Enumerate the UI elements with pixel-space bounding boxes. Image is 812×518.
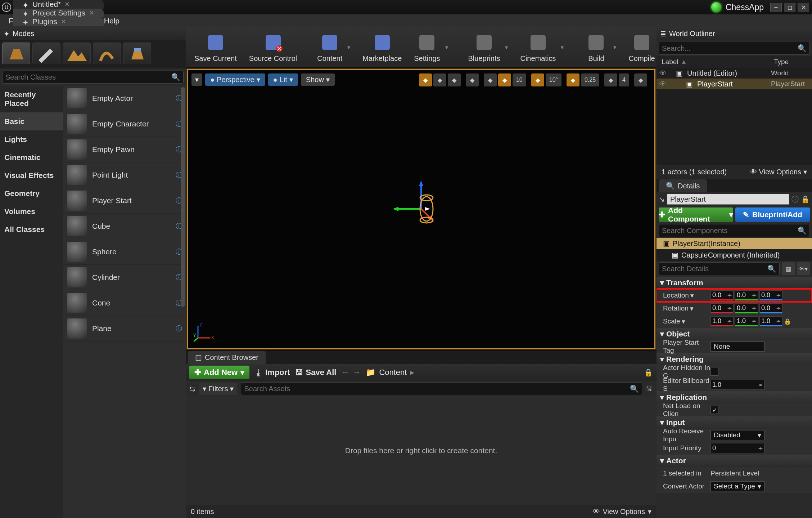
cb-path[interactable]: 📁 Content ▸: [366, 368, 414, 377]
section-header-actor[interactable]: ▾ Actor: [657, 455, 812, 467]
auto-receive-input-dropdown[interactable]: Disabled▾: [710, 430, 764, 440]
add-new-button[interactable]: ✚ Add New ▾: [189, 366, 249, 379]
place-category[interactable]: Visual Effects: [0, 166, 63, 184]
viewport-value[interactable]: 10°: [546, 73, 561, 86]
nav-back-button[interactable]: ←: [341, 368, 349, 377]
place-category[interactable]: All Classes: [0, 220, 63, 238]
angle-snap-icon[interactable]: ◆: [531, 73, 544, 86]
filters-button[interactable]: ▾ Filters ▾: [199, 383, 237, 395]
component-row[interactable]: ▣PlayerStart(Instance): [657, 238, 812, 249]
camera-speed-icon[interactable]: ◆: [604, 73, 617, 86]
move-icon[interactable]: ◆: [419, 73, 432, 86]
close-tab-icon[interactable]: ✕: [64, 0, 70, 8]
scale-y-input[interactable]: 1.0◂▸: [735, 316, 758, 326]
toolbar-dropdown[interactable]: ▾: [561, 30, 569, 66]
player-start-gizmo[interactable]: [391, 178, 452, 240]
player-start-tag-input[interactable]: None: [710, 341, 764, 352]
actor-hidden-checkbox[interactable]: [710, 368, 718, 376]
cb-view-options[interactable]: 👁 View Options ▾: [593, 507, 651, 516]
details-matrix-icon[interactable]: ▦: [782, 262, 795, 275]
search-details-input[interactable]: 🔍: [659, 262, 780, 275]
toolbar-dropdown[interactable]: ▾: [445, 30, 453, 66]
location-z-input[interactable]: 0.0◂▸: [759, 290, 782, 300]
info-icon[interactable]: ⓘ: [176, 324, 182, 333]
viewport-lit-button[interactable]: ● Lit ▾: [268, 73, 298, 86]
place-item[interactable]: Player Startⓘ: [63, 188, 186, 214]
cb-save-icon[interactable]: 🖫: [646, 385, 653, 393]
component-row[interactable]: ▣CapsuleComponent (Inherited): [657, 249, 812, 261]
scale-icon[interactable]: ◆: [448, 73, 461, 86]
toolbar-dropdown[interactable]: ▾: [505, 30, 513, 66]
surface-snap-icon[interactable]: ◆: [484, 73, 497, 86]
toolbar-build[interactable]: Build: [579, 30, 613, 66]
billboard-scale-input[interactable]: 1.0◂▸: [710, 380, 764, 390]
content-browser-tab[interactable]: ▥ Content Browser: [188, 351, 266, 364]
toolbar-dropdown[interactable]: ▾: [347, 30, 355, 66]
place-item[interactable]: Point Lightⓘ: [63, 162, 186, 188]
rotate-icon[interactable]: ◆: [433, 73, 446, 86]
details-eye-icon[interactable]: 👁▾: [797, 262, 810, 275]
modes-panel-header[interactable]: ✦ Modes: [0, 27, 186, 40]
rotation-z-input[interactable]: 0.0◂▸: [759, 303, 782, 313]
lock-icon[interactable]: 🔒: [801, 195, 810, 204]
section-header-transform[interactable]: ▾ Transform: [657, 277, 812, 289]
section-header-rendering[interactable]: ▾ Rendering: [657, 353, 812, 365]
place-category[interactable]: Volumes: [0, 202, 63, 220]
place-item[interactable]: Empty Actorⓘ: [63, 86, 186, 111]
add-component-button[interactable]: ✚ Add Component ▾: [659, 207, 733, 222]
place-category[interactable]: Recently Placed: [0, 86, 63, 112]
viewport-value[interactable]: 10: [513, 73, 526, 86]
mode-paint-button[interactable]: [32, 43, 60, 64]
world-outliner-header[interactable]: ≣ World Outliner: [657, 27, 812, 40]
place-list-scrollbar[interactable]: [181, 87, 185, 307]
grid-snap-icon[interactable]: ◆: [498, 73, 511, 86]
visibility-icon[interactable]: 👁: [659, 80, 667, 88]
close-tab-icon[interactable]: ✕: [89, 9, 94, 17]
toolbar-save-current[interactable]: Save Current: [189, 30, 242, 66]
mode-foliage-button[interactable]: [93, 43, 121, 64]
place-item[interactable]: Cubeⓘ: [63, 214, 186, 239]
save-all-button[interactable]: 🖫 Save All: [295, 368, 337, 377]
toolbar-settings[interactable]: Settings: [409, 30, 445, 66]
viewport-value[interactable]: 0.25: [581, 73, 599, 86]
outliner-search-input[interactable]: 🔍: [659, 42, 810, 55]
maximize-button[interactable]: ◻: [784, 3, 795, 12]
rotation-y-input[interactable]: 0.0◂▸: [735, 303, 758, 313]
lock-icon[interactable]: 🔒: [644, 368, 653, 377]
import-button[interactable]: ⭳ Import: [254, 368, 290, 377]
place-category[interactable]: Basic: [0, 112, 63, 130]
viewport-value[interactable]: 4: [619, 73, 629, 86]
actor-name-input[interactable]: [667, 194, 789, 205]
place-item[interactable]: Planeⓘ: [63, 316, 186, 341]
title-tab[interactable]: ✦Plugins✕: [13, 17, 104, 26]
section-header-input[interactable]: ▾ Input: [657, 416, 812, 429]
outliner-col-label[interactable]: Label ▲: [657, 58, 771, 66]
scale-snap-icon[interactable]: ◆: [567, 73, 579, 86]
maximize-icon[interactable]: ◆: [634, 73, 647, 86]
toolbar-compile[interactable]: Compile: [623, 30, 660, 66]
blueprint-add-button[interactable]: ✎ Blueprint/Add: [735, 207, 810, 222]
location-y-input[interactable]: 0.0◂▸: [735, 290, 758, 300]
mode-place-button[interactable]: [2, 43, 30, 64]
globe-icon[interactable]: ◆: [466, 73, 479, 86]
lock-scale-icon[interactable]: 🔒: [784, 318, 791, 325]
outliner-row[interactable]: 👁▣PlayerStartPlayerStart: [657, 79, 812, 89]
close-tab-icon[interactable]: ✕: [61, 18, 66, 26]
location-x-input[interactable]: 0.0◂▸: [710, 290, 734, 300]
mode-brush-button[interactable]: [123, 43, 151, 64]
outliner-col-type[interactable]: Type: [771, 58, 812, 66]
toolbar-cinematics[interactable]: Cinematics: [515, 30, 561, 66]
toolbar-blueprints[interactable]: Blueprints: [463, 30, 505, 66]
net-load-checkbox[interactable]: ✓: [710, 406, 718, 414]
search-classes-input[interactable]: 🔍: [2, 71, 184, 84]
minimize-button[interactable]: –: [770, 3, 782, 12]
section-header-object[interactable]: ▾ Object: [657, 328, 812, 340]
viewport-perspective-button[interactable]: ● Perspective ▾: [205, 73, 265, 86]
toolbar-marketplace[interactable]: Marketplace: [357, 30, 407, 66]
scale-x-input[interactable]: 1.0◂▸: [710, 316, 734, 326]
scale-z-input[interactable]: 1.0◂▸: [759, 316, 782, 326]
title-tab[interactable]: ✦Project Settings✕: [13, 9, 104, 17]
help-icon[interactable]: ⓘ: [791, 195, 799, 204]
rotation-x-input[interactable]: 0.0◂▸: [710, 303, 734, 313]
place-category[interactable]: Cinematic: [0, 148, 63, 166]
